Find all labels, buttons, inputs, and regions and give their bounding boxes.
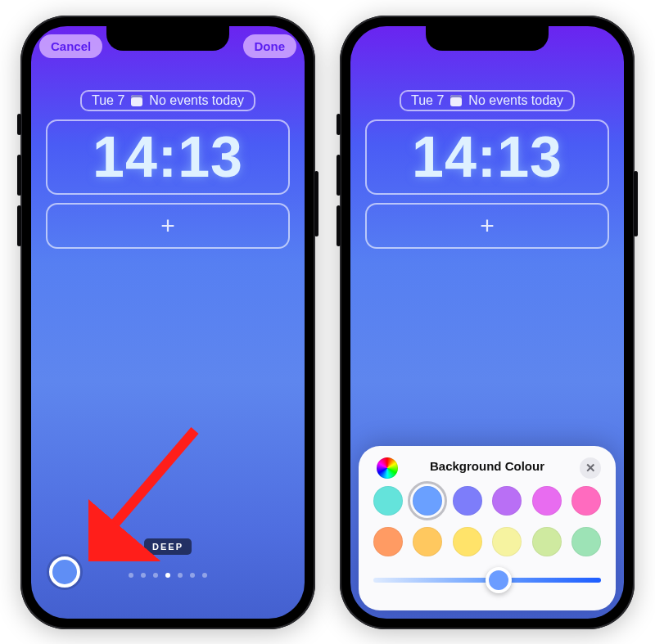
- color-swatch[interactable]: [532, 486, 562, 516]
- time-widget[interactable]: 14:13: [46, 119, 290, 195]
- plus-icon: +: [480, 212, 495, 240]
- volume-down-button[interactable]: [337, 205, 341, 246]
- time-widget[interactable]: 14:13: [365, 119, 609, 195]
- page-indicator[interactable]: [129, 573, 207, 578]
- page-dot[interactable]: [178, 573, 183, 578]
- slider-thumb[interactable]: [486, 567, 512, 593]
- page-dot[interactable]: [165, 573, 170, 578]
- page-dot[interactable]: [153, 573, 158, 578]
- close-icon: ✕: [585, 461, 596, 475]
- mute-switch[interactable]: [337, 114, 341, 135]
- swatch-row-2: [373, 527, 601, 556]
- background-color-sheet: Background Colour ✕: [359, 446, 616, 610]
- color-swatch[interactable]: [532, 527, 562, 556]
- phone-left: Cancel Done Tue 7 No events today 14:13 …: [20, 16, 315, 629]
- color-swatch[interactable]: [571, 486, 601, 516]
- plus-icon: +: [160, 212, 175, 240]
- date-events: No events today: [468, 93, 563, 108]
- volume-up-button[interactable]: [337, 155, 341, 196]
- add-widget-box[interactable]: +: [365, 203, 609, 249]
- page-dot[interactable]: [190, 573, 195, 578]
- effect-label: DEEP: [144, 538, 192, 555]
- swatch-row-1: [373, 486, 601, 516]
- add-widget-box[interactable]: +: [46, 203, 290, 249]
- close-button[interactable]: ✕: [580, 457, 601, 479]
- saturation-slider[interactable]: [373, 568, 601, 592]
- date-day: Tue 7: [92, 93, 124, 108]
- color-swatch[interactable]: [571, 527, 601, 556]
- color-swatch[interactable]: [453, 527, 482, 556]
- clock-time: 14:13: [412, 124, 562, 190]
- sheet-title: Background Colour: [430, 459, 544, 473]
- background-color-button[interactable]: [49, 556, 80, 588]
- color-swatch[interactable]: [373, 486, 403, 516]
- svg-line-0: [97, 430, 195, 545]
- done-button[interactable]: Done: [243, 34, 297, 58]
- color-swatch[interactable]: [373, 527, 403, 556]
- page-dot[interactable]: [141, 573, 146, 578]
- calendar-icon: [450, 95, 462, 106]
- clock-time: 14:13: [93, 124, 243, 190]
- date-events-widget[interactable]: Tue 7 No events today: [400, 90, 575, 111]
- lock-screen-editor: Cancel Done Tue 7 No events today 14:13 …: [31, 26, 305, 619]
- power-button[interactable]: [314, 171, 318, 236]
- color-swatch[interactable]: [413, 486, 442, 516]
- color-swatch[interactable]: [453, 486, 482, 516]
- date-events: No events today: [149, 93, 244, 108]
- power-button[interactable]: [634, 171, 638, 236]
- date-events-widget[interactable]: Tue 7 No events today: [80, 90, 255, 111]
- color-swatch[interactable]: [492, 486, 522, 516]
- color-swatch[interactable]: [413, 527, 442, 556]
- volume-down-button[interactable]: [17, 205, 21, 246]
- date-day: Tue 7: [411, 93, 444, 108]
- color-swatch[interactable]: [492, 527, 522, 556]
- notch: [426, 26, 549, 51]
- mute-switch[interactable]: [17, 114, 21, 135]
- page-dot[interactable]: [129, 573, 133, 578]
- page-dot[interactable]: [202, 573, 207, 578]
- notch: [106, 26, 229, 51]
- cancel-button[interactable]: Cancel: [39, 34, 102, 58]
- phone-right: Tue 7 No events today 14:13 + Background…: [340, 16, 635, 629]
- volume-up-button[interactable]: [17, 155, 21, 196]
- lock-screen-editor: Tue 7 No events today 14:13 + Background…: [350, 26, 624, 619]
- color-wheel-button[interactable]: [377, 457, 398, 479]
- calendar-icon: [131, 95, 142, 106]
